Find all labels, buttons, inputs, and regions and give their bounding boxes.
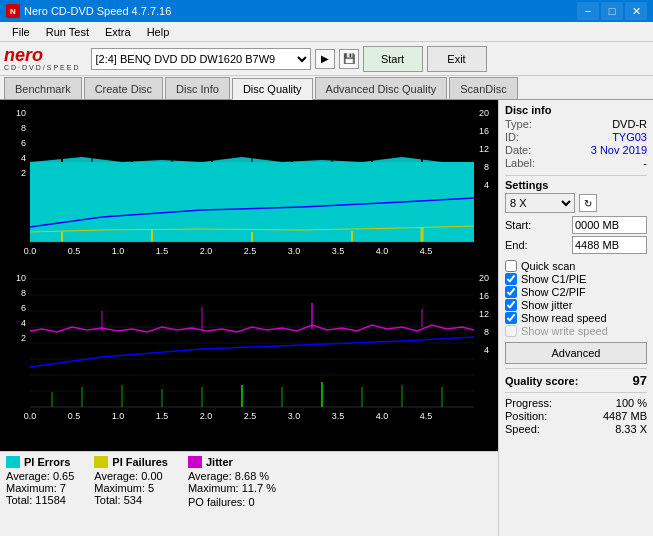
position-value: 4487 MB — [603, 410, 647, 422]
start-button[interactable]: Start — [363, 46, 423, 72]
charts-section: 10 8 6 4 2 20 16 12 8 4 — [0, 100, 498, 451]
chart-top: 10 8 6 4 2 20 16 12 8 4 — [2, 102, 492, 267]
main-content: 10 8 6 4 2 20 16 12 8 4 — [0, 100, 653, 536]
pi-failures-title: PI Failures — [112, 456, 168, 468]
tab-advanced-disc-quality[interactable]: Advanced Disc Quality — [315, 77, 448, 99]
pi-errors-total: Total: 11584 — [6, 494, 74, 506]
pi-errors-color — [6, 456, 20, 468]
end-input[interactable] — [572, 236, 647, 254]
show-c1-row: Show C1/PIE — [505, 273, 647, 285]
speed-row-progress: Speed: 8.33 X — [505, 423, 647, 435]
svg-text:8: 8 — [21, 123, 26, 133]
svg-text:12: 12 — [479, 309, 489, 319]
disc-label-label: Label: — [505, 157, 535, 169]
quick-scan-checkbox[interactable] — [505, 260, 517, 272]
disc-label-value: - — [643, 157, 647, 169]
show-c2-label: Show C2/PIF — [521, 286, 586, 298]
minimize-button[interactable]: − — [577, 2, 599, 20]
save-icon[interactable]: 💾 — [339, 49, 359, 69]
svg-text:0.0: 0.0 — [24, 411, 37, 421]
jitter-average: Average: 8.68 % — [188, 470, 276, 482]
disc-info-title: Disc info — [505, 104, 647, 116]
show-jitter-checkbox[interactable] — [505, 299, 517, 311]
svg-text:3.0: 3.0 — [288, 246, 301, 256]
svg-text:3.0: 3.0 — [288, 411, 301, 421]
pi-errors-title: PI Errors — [24, 456, 70, 468]
maximize-button[interactable]: □ — [601, 2, 623, 20]
tab-disc-info[interactable]: Disc Info — [165, 77, 230, 99]
show-read-speed-checkbox[interactable] — [505, 312, 517, 324]
start-row: Start: — [505, 216, 647, 234]
menubar: File Run Test Extra Help — [0, 22, 653, 42]
tab-benchmark[interactable]: Benchmark — [4, 77, 82, 99]
svg-text:4: 4 — [484, 180, 489, 190]
position-row: Position: 4487 MB — [505, 410, 647, 422]
tab-disc-quality[interactable]: Disc Quality — [232, 78, 313, 100]
svg-text:2: 2 — [21, 168, 26, 178]
jitter-maximum: Maximum: 11.7 % — [188, 482, 276, 494]
svg-text:6: 6 — [21, 138, 26, 148]
pi-failures-total: Total: 534 — [94, 494, 168, 506]
legend-pi-errors: PI Errors Average: 0.65 Maximum: 7 Total… — [6, 456, 74, 506]
show-c1-checkbox[interactable] — [505, 273, 517, 285]
app-title: Nero CD-DVD Speed 4.7.7.16 — [24, 5, 171, 17]
svg-text:3.5: 3.5 — [332, 246, 345, 256]
disc-type-row: Type: DVD-R — [505, 118, 647, 130]
menu-extra[interactable]: Extra — [97, 24, 139, 40]
quality-row: Quality score: 97 — [505, 373, 647, 388]
menu-help[interactable]: Help — [139, 24, 178, 40]
tab-create-disc[interactable]: Create Disc — [84, 77, 163, 99]
pi-failures-maximum: Maximum: 5 — [94, 482, 168, 494]
show-jitter-label: Show jitter — [521, 299, 572, 311]
start-input[interactable] — [572, 216, 647, 234]
menu-file[interactable]: File — [4, 24, 38, 40]
checkboxes-section: Quick scan Show C1/PIE Show C2/PIF Show … — [505, 260, 647, 337]
show-write-speed-row: Show write speed — [505, 325, 647, 337]
show-c2-checkbox[interactable] — [505, 286, 517, 298]
jitter-title: Jitter — [206, 456, 233, 468]
close-button[interactable]: ✕ — [625, 2, 647, 20]
show-write-speed-label: Show write speed — [521, 325, 608, 337]
eject-icon[interactable]: ▶ — [315, 49, 335, 69]
svg-text:2.5: 2.5 — [244, 246, 257, 256]
drive-selector[interactable]: [2:4] BENQ DVD DD DW1620 B7W9 — [91, 48, 311, 70]
show-read-speed-row: Show read speed — [505, 312, 647, 324]
menu-run-test[interactable]: Run Test — [38, 24, 97, 40]
svg-text:1.0: 1.0 — [112, 246, 125, 256]
progress-row: Progress: 100 % — [505, 397, 647, 409]
speed-select[interactable]: 8 X — [505, 193, 575, 213]
show-jitter-row: Show jitter — [505, 299, 647, 311]
type-label: Type: — [505, 118, 532, 130]
window-controls: − □ ✕ — [577, 2, 647, 20]
svg-text:0.5: 0.5 — [68, 246, 81, 256]
nero-logo: nero CD·DVD/SPEED — [4, 46, 81, 71]
refresh-icon[interactable]: ↻ — [579, 194, 597, 212]
svg-text:0.0: 0.0 — [24, 246, 37, 256]
start-label: Start: — [505, 219, 531, 231]
po-failures: PO failures: 0 — [188, 496, 276, 508]
right-panel: Disc info Type: DVD-R ID: TYG03 Date: 3 … — [498, 100, 653, 536]
svg-text:4.0: 4.0 — [376, 246, 389, 256]
svg-text:8: 8 — [21, 288, 26, 298]
disc-date-row: Date: 3 Nov 2019 — [505, 144, 647, 156]
svg-text:0.5: 0.5 — [68, 411, 81, 421]
svg-text:1.5: 1.5 — [156, 246, 169, 256]
svg-text:10: 10 — [16, 108, 26, 118]
advanced-button[interactable]: Advanced — [505, 342, 647, 364]
svg-text:2.0: 2.0 — [200, 246, 213, 256]
end-row: End: — [505, 236, 647, 254]
disc-info-section: Disc info Type: DVD-R ID: TYG03 Date: 3 … — [505, 104, 647, 169]
svg-text:4: 4 — [484, 345, 489, 355]
settings-title: Settings — [505, 179, 647, 191]
speed-label: Speed: — [505, 423, 540, 435]
progress-section: Progress: 100 % Position: 4487 MB Speed:… — [505, 397, 647, 435]
svg-text:4: 4 — [21, 153, 26, 163]
disc-label-row: Label: - — [505, 157, 647, 169]
svg-text:4: 4 — [21, 318, 26, 328]
show-c1-label: Show C1/PIE — [521, 273, 586, 285]
svg-text:20: 20 — [479, 108, 489, 118]
tab-scandisc[interactable]: ScanDisc — [449, 77, 517, 99]
exit-button[interactable]: Exit — [427, 46, 487, 72]
disc-id-row: ID: TYG03 — [505, 131, 647, 143]
jitter-color — [188, 456, 202, 468]
